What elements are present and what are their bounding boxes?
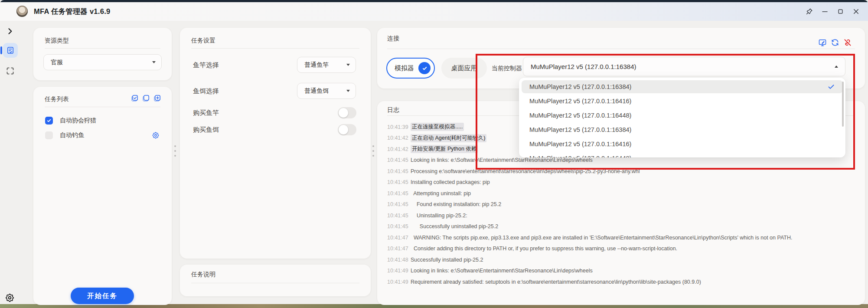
rod-select[interactable]: 普通鱼竿 <box>297 57 356 73</box>
log-message: WARNING: The scripts pip.exe, pip3.13.ex… <box>411 235 792 241</box>
tab-emulator[interactable]: 模拟器 <box>386 58 435 79</box>
task-list-icon[interactable] <box>6 46 15 55</box>
task-list-panel: 任务列表 自动协会狩猎 自动钓鱼 开始任务 <box>33 87 172 305</box>
resource-type-select[interactable]: 官服 <box>43 54 162 70</box>
task-label[interactable]: 自动协会狩猎 <box>60 117 96 125</box>
panel-title: 任务列表 <box>45 95 69 103</box>
task-row: 自动钓鱼 <box>45 130 160 141</box>
toggle-knob <box>339 108 348 118</box>
controller-label: 当前控制器 <box>492 58 522 79</box>
log-message: 正在启动 Agent(耗时可能较久) <box>411 134 486 142</box>
dropdown-option[interactable]: MuMuPlayer12 v5 (127.0.0.1:16448) <box>522 109 843 122</box>
deselect-all-icon[interactable] <box>142 94 150 102</box>
log-time: 10:41:45 <box>387 213 411 219</box>
app-logo-icon <box>16 6 28 17</box>
toggle-knob <box>339 125 348 134</box>
column-resize-handle[interactable] <box>174 145 176 157</box>
buy-rod-toggle[interactable] <box>338 107 356 118</box>
log-time: 10:41:47 <box>387 235 411 241</box>
dropdown-option-selected[interactable]: MuMuPlayer12 v5 (127.0.0.1:16384) <box>522 80 843 93</box>
chevron-up-icon <box>835 66 838 68</box>
log-time: 10:41:45 <box>387 179 411 185</box>
minimize-button[interactable] <box>819 7 830 17</box>
log-time: 10:41:42 <box>387 135 411 141</box>
log-time: 10:41:45 <box>387 190 411 197</box>
tab-desktop-app[interactable]: 桌面应用 <box>441 58 487 79</box>
add-task-icon[interactable] <box>153 94 161 102</box>
selected-check-badge-icon <box>418 62 431 74</box>
chevron-down-icon <box>346 64 350 66</box>
task-settings-panel: 任务设置 鱼竿选择 普通鱼竿 鱼饵选择 普通鱼饵 购买鱼竿 购买鱼饵 <box>180 28 371 259</box>
dropdown-option-label: MuMuPlayer12 v5 (127.0.0.1:16416) <box>529 141 631 147</box>
app-window: MFA 任务管理器 v1.6.9 资源类型 <box>0 0 868 308</box>
log-row: 10:41:45 Successfully uninstalled pip-25… <box>387 221 855 233</box>
divider <box>45 48 160 49</box>
log-row: 10:41:49Looking in links: e:\Software\En… <box>387 265 855 277</box>
log-time: 10:41:45 <box>387 223 411 229</box>
column-resize-handle[interactable] <box>372 145 375 157</box>
sidebar-item-screenshot[interactable] <box>6 66 15 75</box>
panel-title: 连接 <box>387 35 399 43</box>
task-settings-gear-icon[interactable] <box>152 131 160 139</box>
dropdown-option[interactable]: MuMuPlayer12 v5 (127.0.0.1:16416) <box>522 95 843 108</box>
controller-select[interactable]: MuMuPlayer12 v5 (127.0.0.1:16384) <box>523 57 845 76</box>
buy-bait-toggle[interactable] <box>338 124 356 135</box>
dropdown-option-label: MuMuPlayer12 v5 (127.0.0.1:16448) <box>529 112 631 119</box>
divider <box>191 283 359 283</box>
window-controls <box>804 2 861 21</box>
pin-icon[interactable] <box>804 7 814 17</box>
start-task-button[interactable]: 开始任务 <box>71 288 134 304</box>
close-button[interactable] <box>851 7 861 17</box>
sidebar-active-indicator <box>0 46 2 54</box>
edit-screen-icon[interactable] <box>818 38 827 47</box>
panel-title: 资源类型 <box>45 37 69 45</box>
dropdown-option[interactable]: MuMuPlayer12 v5 (127.0.0.1:16448) <box>522 152 843 157</box>
log-time: 10:41:45 <box>387 157 411 163</box>
log-time: 10:41:49 <box>387 279 411 285</box>
log-message: 开始安装/更新 Python 依赖 <box>411 145 478 153</box>
log-time: 10:41:49 <box>387 268 411 274</box>
dropdown-option-label: MuMuPlayer12 v5 (127.0.0.1:16384) <box>529 83 631 90</box>
bait-select-value: 普通鱼饵 <box>304 87 329 95</box>
log-message: Uninstalling pip-25.2: <box>411 213 467 219</box>
log-time: 10:41:45 <box>387 201 411 207</box>
resource-type-value: 官服 <box>51 59 63 66</box>
log-row: 10:41:45 Found existing installation: pi… <box>387 199 855 210</box>
select-all-icon[interactable] <box>131 94 139 102</box>
buy-bait-label: 购买鱼饵 <box>193 124 219 135</box>
divider <box>45 107 160 107</box>
bait-select-label: 鱼饵选择 <box>193 83 219 99</box>
popup-scrollbar-thumb[interactable] <box>842 82 844 127</box>
bait-select[interactable]: 普通鱼饵 <box>297 83 356 99</box>
log-row: 10:41:48Successfully installed pip-25.2 <box>387 254 855 265</box>
maximize-button[interactable] <box>835 7 845 17</box>
log-message: Processing e:\software\entertainment\sta… <box>411 168 640 174</box>
log-row: 10:41:45Installing collected packages: p… <box>387 177 855 188</box>
log-message: Successfully uninstalled pip-25.2 <box>411 223 498 229</box>
rod-select-label: 鱼竿选择 <box>193 57 219 73</box>
log-message: Looking in links: e:\Software\Entertainm… <box>411 157 593 163</box>
resource-type-panel: 资源类型 官服 <box>33 28 172 80</box>
dropdown-option[interactable]: MuMuPlayer12 v5 (127.0.0.1:16416) <box>522 138 843 151</box>
task-checkbox-checked[interactable] <box>45 117 53 125</box>
log-message: Consider adding this directory to PATH o… <box>411 246 677 252</box>
task-label[interactable]: 自动钓鱼 <box>60 131 84 139</box>
dropdown-option-label: MuMuPlayer12 v5 (127.0.0.1:16416) <box>529 98 631 105</box>
log-time: 10:41:47 <box>387 246 411 252</box>
buy-rod-label: 购买鱼竿 <box>193 107 219 118</box>
sidebar-expand-chevron-icon[interactable] <box>6 27 14 36</box>
settings-gear-icon[interactable] <box>5 293 15 303</box>
divider <box>191 48 359 49</box>
log-message: 正在连接至模拟器..... <box>411 123 464 131</box>
log-row: 10:41:47 Consider adding this directory … <box>387 243 855 255</box>
dropdown-option[interactable]: MuMuPlayer12 v5 (127.0.0.1:16384) <box>522 123 843 136</box>
refresh-icon[interactable] <box>831 38 839 47</box>
task-checkbox-unchecked[interactable] <box>45 131 53 139</box>
tab-desktop-label: 桌面应用 <box>451 64 477 72</box>
dropdown-option-label: MuMuPlayer12 v5 (127.0.0.1:16384) <box>529 126 631 133</box>
task-row: 自动协会狩猎 <box>45 115 160 126</box>
controller-dropdown-popup: MuMuPlayer12 v5 (127.0.0.1:16384) MuMuPl… <box>519 78 845 157</box>
titlebar[interactable]: MFA 任务管理器 v1.6.9 <box>0 2 868 21</box>
disconnect-link-slash-icon[interactable] <box>843 38 852 47</box>
rod-select-value: 普通鱼竿 <box>304 61 329 69</box>
